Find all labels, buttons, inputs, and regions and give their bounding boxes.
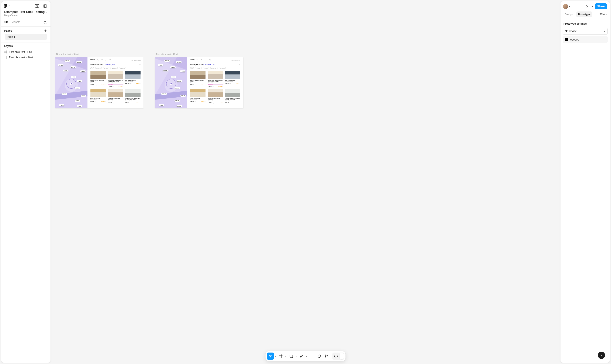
tab-assets[interactable]: Assets bbox=[12, 21, 20, 26]
listing-card[interactable]: Guild St. cozy flat 89 Guild Street £ 84… bbox=[90, 89, 106, 104]
listing-card[interactable]: Anna's cozy appartment in London City Ce… bbox=[208, 71, 223, 87]
layer-name: First click test - End bbox=[9, 51, 32, 53]
main-menu-button[interactable] bbox=[4, 3, 10, 9]
listing-rating: ★★★★★ bbox=[201, 84, 205, 86]
chevron-down-icon[interactable] bbox=[46, 11, 47, 13]
actions-tool[interactable] bbox=[323, 352, 330, 360]
add-page-button[interactable] bbox=[43, 29, 48, 33]
listing-thumbnail bbox=[190, 89, 205, 97]
frame[interactable]: £ 95.00£ 79.00£ 77.00£ 87.00£ 89.00£ 91.… bbox=[55, 57, 144, 108]
listing-thumbnail bbox=[225, 89, 240, 97]
results-panel: Explore Trips Messages Help Hey, Victor … bbox=[187, 57, 243, 108]
listing-address: 107 Guild Street bbox=[208, 82, 223, 84]
ai-actions-button[interactable]: A? bbox=[34, 3, 40, 9]
listing-thumbnail bbox=[208, 89, 223, 97]
mock-nav: Explore Trips Messages Help Hey, Victor … bbox=[190, 59, 240, 61]
present-button[interactable] bbox=[584, 4, 590, 9]
cursor-icon bbox=[269, 354, 272, 358]
device-select[interactable]: No device bbox=[563, 28, 608, 35]
svg-point-11 bbox=[327, 355, 327, 356]
listing-card[interactable]: Bad and Breakfast 142 Lenin Avenue £ 91.… bbox=[125, 71, 141, 87]
ai-icon: A? bbox=[35, 4, 39, 8]
color-hex: 000000 bbox=[570, 38, 579, 41]
listing-price: £ 68.00/ day bbox=[108, 102, 114, 104]
page-item[interactable]: Page 1 bbox=[5, 34, 47, 40]
listing-thumbnail bbox=[108, 71, 123, 79]
pen-icon bbox=[300, 354, 304, 358]
pen-tool[interactable] bbox=[298, 352, 305, 360]
listing-card[interactable]: Guild St. cozy flat 89 Guild Street £ 84… bbox=[190, 89, 205, 104]
text-tool[interactable] bbox=[309, 352, 316, 360]
listing-price: £ 79.00/ day bbox=[125, 102, 131, 104]
mock-nav: Explore Trips Messages Help Hey, Victor … bbox=[90, 59, 141, 61]
dev-mode-toggle[interactable] bbox=[332, 352, 344, 360]
listing-title: Anna's cozy appartment in London City Ce… bbox=[108, 79, 123, 82]
file-title[interactable]: Example: First Click Testing bbox=[4, 10, 45, 13]
rectangle-icon bbox=[289, 354, 293, 358]
zoom-control[interactable]: 32% bbox=[599, 13, 607, 16]
listing-title: Guild St. cozy flat bbox=[90, 98, 106, 99]
toolbar-separator bbox=[331, 353, 331, 359]
listing-title: Lovely Double Studio Next to Hyde Park H… bbox=[225, 98, 240, 101]
pages-heading: Pages bbox=[4, 29, 12, 32]
shape-tool[interactable] bbox=[288, 352, 295, 360]
frame-tool[interactable] bbox=[277, 352, 285, 360]
listing-card[interactable]: Large Balcony Double Bedroom 108 Union T… bbox=[208, 89, 223, 104]
listing-address: 142 Lenin Avenue bbox=[125, 81, 141, 82]
frame-icon bbox=[279, 354, 283, 358]
frame-label[interactable]: First click test - End bbox=[155, 53, 243, 56]
listing-address: 107 Guild Street bbox=[108, 82, 123, 84]
layer-name: First click test - Start bbox=[9, 56, 33, 59]
listing-title: Anna's cozy appartment in London City Ce… bbox=[208, 79, 223, 82]
move-tool[interactable] bbox=[267, 352, 274, 360]
background-color-field[interactable]: 000000 bbox=[563, 36, 608, 43]
tab-prototype[interactable]: Prototype bbox=[576, 12, 592, 17]
search-icon[interactable]: ⌕ bbox=[239, 64, 240, 65]
listing-title: Superb condo on Crown Street bbox=[190, 79, 205, 82]
map[interactable]: £ 95.00£ 79.00£ 77.00£ 87.00£ 89.00£ 91.… bbox=[155, 57, 187, 108]
svg-rect-4 bbox=[43, 5, 47, 7]
listing-card[interactable]: Anna's cozy appartment in London City Ce… bbox=[108, 71, 123, 87]
present-options-button[interactable] bbox=[590, 4, 594, 9]
share-button[interactable]: Share bbox=[595, 3, 607, 9]
listing-card[interactable]: Superb condo on Crown Street 24 Crown St… bbox=[90, 71, 106, 87]
file-location[interactable]: Help Center bbox=[4, 14, 48, 17]
map[interactable]: £ 95.00£ 79.00£ 77.00£ 87.00£ 89.00£ 91.… bbox=[55, 57, 87, 108]
frame-tool-options[interactable] bbox=[285, 352, 287, 360]
left-sidebar: A? Example: First Click Testing Help Cen… bbox=[1, 1, 51, 363]
search-icon[interactable]: ⌕ bbox=[139, 64, 141, 65]
frame[interactable]: £ 95.00£ 79.00£ 77.00£ 87.00£ 89.00£ 91.… bbox=[155, 57, 243, 108]
search-button[interactable] bbox=[42, 20, 48, 25]
pen-tool-options[interactable] bbox=[305, 352, 308, 360]
toggle-sidebar-button[interactable] bbox=[42, 3, 48, 9]
shape-tool-options[interactable] bbox=[295, 352, 298, 360]
right-sidebar: Share Design Prototype 32% Prototype set… bbox=[560, 1, 610, 363]
layers-heading: Layers bbox=[4, 45, 13, 48]
listing-card[interactable]: Large Balcony Double Bedroom 108 Union T… bbox=[108, 89, 123, 104]
user-menu[interactable] bbox=[563, 4, 570, 9]
listing-card[interactable]: Lovely Double Studio Next to Hyde Park H… bbox=[225, 89, 240, 104]
layer-item[interactable]: First click test - End bbox=[2, 49, 49, 55]
svg-rect-8 bbox=[290, 355, 293, 358]
canvas[interactable]: First click test - Start £ 95.00£ 79.00£… bbox=[0, 0, 611, 364]
listing-card[interactable]: Superb condo on Crown Street 24 Crown St… bbox=[190, 71, 205, 87]
svg-point-6 bbox=[44, 21, 46, 23]
move-tool-options[interactable] bbox=[274, 352, 277, 360]
listing-thumbnail bbox=[125, 89, 141, 97]
listing-thumbnail bbox=[208, 71, 223, 79]
listing-rating: ★★★★★ bbox=[136, 102, 141, 104]
listing-card[interactable]: Lovely Double Studio Next to Hyde Park H… bbox=[125, 89, 141, 104]
frame-wrapper: First click test - End £ 95.00£ 79.00£ 7… bbox=[155, 53, 243, 108]
tab-file[interactable]: File bbox=[4, 21, 9, 26]
tab-design[interactable]: Design bbox=[563, 12, 575, 17]
comment-tool[interactable] bbox=[316, 352, 323, 360]
listing-rating: ★★★★★ bbox=[218, 102, 223, 104]
listing-price: £ 79.00/ day bbox=[225, 102, 231, 104]
listing-rating: ★★★★★ bbox=[218, 86, 223, 87]
listing-card[interactable]: Bad and Breakfast 142 Lenin Avenue £ 91.… bbox=[225, 71, 240, 87]
listing-thumbnail bbox=[125, 71, 141, 79]
listing-title: Bad and Breakfast bbox=[125, 79, 141, 81]
frame-label[interactable]: First click test - Start bbox=[55, 53, 144, 56]
help-button[interactable]: ? bbox=[598, 352, 605, 359]
layer-item[interactable]: First click test - Start bbox=[2, 55, 49, 60]
